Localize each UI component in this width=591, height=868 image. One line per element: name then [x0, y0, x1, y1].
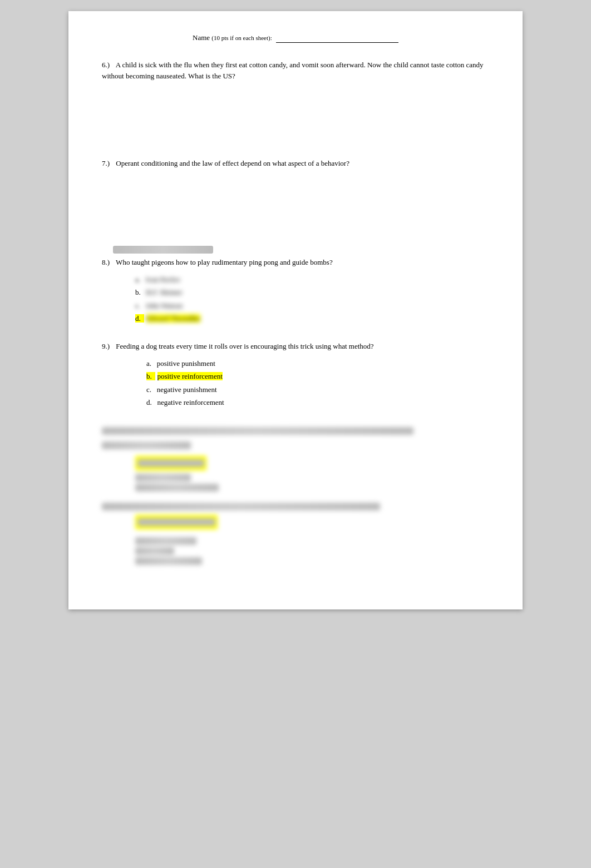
blur-line-1 — [113, 246, 213, 254]
q10-line-2 — [102, 442, 191, 449]
q8-d-text: Edward Thorndike — [146, 314, 201, 323]
q6-number: 6.) — [102, 61, 110, 69]
q9-a-text: positive punishment — [157, 359, 215, 368]
q11-line-1 — [102, 503, 380, 510]
q9-option-a: a. positive punishment — [146, 357, 489, 370]
q10-opt-a-inner — [135, 456, 206, 470]
q7-number: 7.) — [102, 159, 110, 167]
q11-options — [102, 515, 489, 565]
q9-options-list: a. positive punishment b. positive reinf… — [102, 357, 489, 409]
q11-header — [102, 503, 489, 510]
q11-d-blur — [135, 557, 202, 565]
name-underline — [276, 33, 398, 43]
q10-b-blur — [135, 474, 191, 482]
q8-b-text: B.F. Skinner — [146, 288, 183, 296]
q11-c-blur — [135, 547, 174, 555]
q9-d-label: d. — [146, 398, 155, 406]
q8-option-c: c. John Watson — [135, 299, 489, 312]
q10-header — [102, 425, 489, 452]
q8-text: 8.) Who taught pigeons how to play rudim… — [102, 257, 489, 268]
q10-options — [102, 456, 489, 492]
q8-a-label: a. — [135, 275, 144, 284]
q10-opt-a — [135, 456, 489, 470]
q11-b-blur — [135, 537, 196, 545]
question-11 — [102, 503, 489, 565]
q8-option-a: a. Ivan Pavlov — [135, 273, 489, 286]
q9-text: 9.) Feeding a dog treats every time it r… — [102, 341, 489, 352]
q8-a-text: Ivan Pavlov — [146, 275, 180, 284]
q10-c-blur — [135, 484, 219, 492]
q8-b-label: b. — [135, 288, 141, 296]
q7-body: Operant conditioning and the law of effe… — [116, 159, 349, 167]
q9-body: Feeding a dog treats every time it rolls… — [116, 342, 373, 350]
question-9: 9.) Feeding a dog treats every time it r… — [102, 341, 489, 409]
q9-b-label: b. — [146, 372, 155, 380]
q11-opt-b — [135, 537, 489, 545]
q9-a-label: a. — [146, 359, 155, 368]
q8-c-label: c. — [135, 301, 144, 310]
exam-page: Name (10 pts if on each sheet): 6.) A ch… — [68, 11, 523, 609]
q6-body: A child is sick with the flu when they f… — [102, 61, 484, 80]
question-6: 6.) A child is sick with the flu when th… — [102, 59, 489, 142]
q11-a-blur — [137, 518, 215, 526]
q6-text: 6.) A child is sick with the flu when th… — [102, 59, 489, 81]
q8-number: 8.) — [102, 258, 110, 266]
q6-answer-space — [102, 87, 489, 142]
q9-b-text: positive reinforcement — [157, 372, 223, 380]
q8-c-text: John Watson — [146, 301, 183, 310]
q7-answer-space — [102, 175, 489, 230]
q9-d-text: negative reinforcement — [157, 398, 224, 406]
q8-d-label: d. — [135, 314, 144, 323]
q9-option-d: d. negative reinforcement — [146, 396, 489, 409]
q8-options-list: a. Ivan Pavlov b. B.F. Skinner c. John W… — [102, 273, 489, 325]
q9-c-label: c. — [146, 385, 155, 394]
q7-text: 7.) Operant conditioning and the law of … — [102, 158, 489, 169]
q10-opt-c — [135, 484, 489, 492]
q11-opt-c — [135, 547, 489, 555]
q10-opt-b — [135, 474, 489, 482]
q8-option-b: b. B.F. Skinner — [135, 286, 489, 299]
q11-opt-a — [135, 515, 218, 529]
q10-a-blur — [137, 459, 204, 467]
q9-c-text: negative punishment — [157, 385, 217, 394]
pts-note: (10 pts if on each sheet): — [211, 34, 272, 41]
question-10 — [102, 425, 489, 492]
q11-opt-d — [135, 557, 489, 565]
q9-option-b: b. positive reinforcement — [146, 370, 489, 383]
q8-option-d: d. Edward Thorndike — [135, 312, 489, 325]
q10-text-blur — [102, 425, 489, 452]
question-8: 8.) Who taught pigeons how to play rudim… — [102, 246, 489, 325]
q9-number: 9.) — [102, 342, 110, 350]
name-label: Name (10 pts if on each sheet): — [193, 33, 398, 43]
page-header: Name (10 pts if on each sheet): — [102, 33, 489, 43]
name-text: Name — [193, 33, 210, 42]
question-7: 7.) Operant conditioning and the law of … — [102, 158, 489, 230]
q8-pre-blur — [102, 246, 489, 254]
q8-body: Who taught pigeons how to play rudimenta… — [116, 258, 333, 266]
q10-line-1 — [102, 427, 413, 435]
q9-option-c: c. negative punishment — [146, 383, 489, 396]
